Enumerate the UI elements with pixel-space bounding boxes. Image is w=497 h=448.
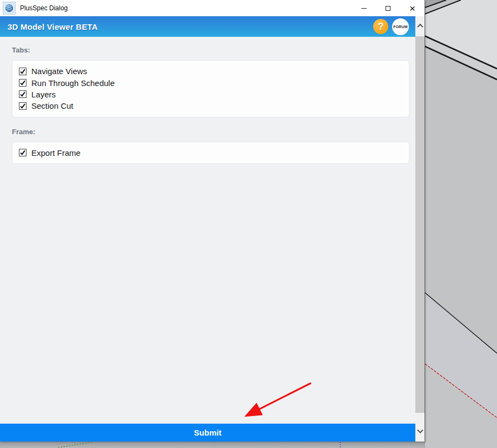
question-mark-icon: ?: [378, 21, 384, 32]
dialog-title: 3D Model Viewer BETA: [8, 22, 98, 31]
checkbox-row-section-cut[interactable]: Section Cut: [19, 100, 402, 111]
layers-checkbox[interactable]: [19, 90, 26, 98]
close-button[interactable]: ×: [400, 0, 425, 16]
section-label-frame: Frame:: [12, 128, 403, 136]
checkbox-row-run-through-schedule[interactable]: Run Through Schedule: [19, 77, 402, 88]
window-controls: ×: [352, 0, 425, 16]
section-cut-checkbox[interactable]: [19, 102, 26, 110]
minimize-icon: [361, 8, 367, 9]
checkmark-icon: [19, 80, 26, 86]
checkbox-row-navigate-views[interactable]: Navigate Views: [19, 65, 402, 77]
plusspec-app-icon: [5, 4, 14, 12]
chevron-down-icon: [417, 427, 423, 433]
section-label-tabs: Tabs:: [12, 46, 403, 54]
dialog-header-banner: 3D Model Viewer BETA ? FORUM: [0, 16, 415, 37]
dialog-content: Tabs: Navigate Views Run Through Schedul…: [0, 37, 415, 424]
frame-card: Export Frame: [12, 142, 409, 164]
plusspec-dialog-window: PlusSpec Dialog × 3D Model Viewer BETA ?…: [0, 0, 425, 442]
checkbox-label: Section Cut: [31, 101, 74, 110]
checkmark-icon: [19, 149, 26, 156]
vertical-scrollbar[interactable]: [415, 16, 425, 442]
title-bar: PlusSpec Dialog ×: [0, 0, 425, 16]
chevron-up-icon: [417, 24, 423, 30]
scrollbar-thumb[interactable]: [415, 36, 425, 413]
navigate-views-checkbox[interactable]: [19, 68, 26, 75]
maximize-icon: [386, 6, 390, 11]
help-button[interactable]: ?: [373, 19, 388, 34]
minimize-button[interactable]: [352, 0, 376, 16]
run-through-schedule-checkbox[interactable]: [19, 79, 26, 87]
submit-button-label: Submit: [194, 428, 222, 437]
app-icon-button[interactable]: [3, 2, 16, 15]
scroll-down-button[interactable]: [415, 422, 425, 442]
export-frame-checkbox[interactable]: [19, 149, 26, 156]
checkmark-icon: [19, 103, 26, 109]
window-title: PlusSpec Dialog: [20, 4, 68, 12]
checkbox-label: Navigate Views: [31, 67, 87, 76]
scroll-up-button[interactable]: [415, 16, 425, 36]
forum-button-label: FORUM: [393, 25, 408, 29]
checkmark-icon: [19, 68, 26, 75]
checkbox-row-layers[interactable]: Layers: [19, 89, 402, 100]
banner-actions: ? FORUM: [373, 18, 409, 35]
checkbox-row-export-frame[interactable]: Export Frame: [19, 147, 402, 159]
checkbox-label: Run Through Schedule: [31, 78, 115, 88]
checkbox-label: Layers: [31, 90, 56, 99]
maximize-button[interactable]: [376, 0, 400, 16]
forum-button[interactable]: FORUM: [392, 18, 409, 35]
checkmark-icon: [19, 91, 26, 97]
checkbox-label: Export Frame: [31, 148, 81, 157]
submit-button[interactable]: Submit: [0, 424, 415, 442]
tabs-card: Navigate Views Run Through Schedule Laye…: [12, 60, 409, 117]
close-icon: ×: [409, 3, 415, 14]
